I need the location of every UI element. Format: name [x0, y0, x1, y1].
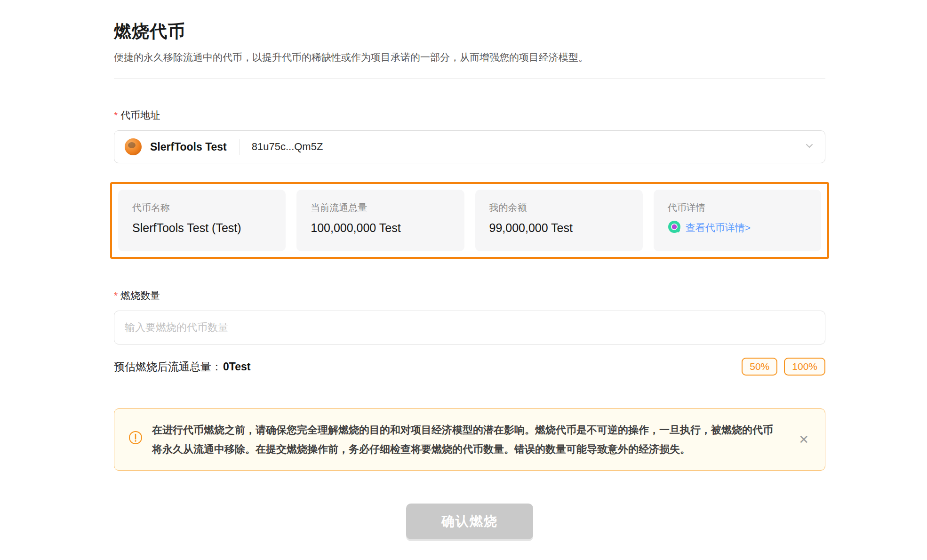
token-select-dropdown[interactable]: SlerfTools Test 81u75c...Qm5Z: [114, 130, 825, 163]
burn-amount-input[interactable]: [114, 311, 825, 344]
burn-amount-label-text: 燃烧数量: [120, 289, 160, 302]
required-asterisk: *: [114, 110, 118, 121]
estimate-label: 预估燃烧后流通总量：: [114, 360, 222, 374]
token-avatar: [125, 138, 142, 155]
token-address-label-text: 代币地址: [120, 109, 160, 122]
percent-100-button[interactable]: 100%: [784, 358, 825, 376]
burn-token-page: 燃烧代币 便捷的永久移除流通中的代币，以提升代币的稀缺性或作为项目承诺的一部分，…: [114, 0, 825, 560]
warning-text: 在进行代币燃烧之前，请确保您完全理解燃烧的目的和对项目经济模型的潜在影响。燃烧代…: [152, 420, 775, 459]
burn-warning-alert: 在进行代币燃烧之前，请确保您完全理解燃烧的目的和对项目经济模型的潜在影响。燃烧代…: [114, 408, 825, 471]
card-label: 代币详情: [668, 201, 807, 214]
chevron-down-icon: [804, 141, 815, 153]
token-info-highlight-box: 代币名称 SlerfTools Test (Test) 当前流通总量 100,0…: [110, 182, 829, 259]
card-my-balance: 我的余额 99,000,000 Test: [475, 190, 643, 251]
card-value: 100,000,000 Test: [311, 221, 450, 235]
card-token-name: 代币名称 SlerfTools Test (Test): [118, 190, 286, 251]
post-burn-estimate: 预估燃烧后流通总量： 0Test: [114, 360, 250, 374]
token-address-short: 81u75c...Qm5Z: [252, 141, 323, 153]
explorer-icon: [668, 220, 681, 235]
required-asterisk: *: [114, 290, 118, 301]
card-value: 99,000,000 Test: [489, 221, 629, 235]
page-subtitle: 便捷的永久移除流通中的代币，以提升代币的稀缺性或作为项目承诺的一部分，从而增强您…: [114, 51, 825, 64]
page-title: 燃烧代币: [114, 0, 825, 43]
token-address-label: * 代币地址: [114, 109, 825, 122]
burn-amount-label: * 燃烧数量: [114, 289, 825, 302]
view-token-details-link[interactable]: 查看代币详情>: [686, 221, 751, 234]
card-label: 我的余额: [489, 201, 629, 214]
card-total-supply: 当前流通总量 100,000,000 Test: [296, 190, 464, 251]
estimate-value: 0Test: [223, 360, 250, 373]
card-token-details: 代币详情 查看代币详情>: [654, 190, 821, 251]
warning-icon: [128, 431, 143, 447]
header-divider: [114, 78, 825, 79]
token-name: SlerfTools Test: [150, 141, 227, 153]
percent-50-button[interactable]: 50%: [742, 358, 777, 376]
select-divider: [239, 139, 240, 155]
card-label: 代币名称: [132, 201, 272, 214]
card-value: SlerfTools Test (Test): [132, 221, 272, 235]
card-label: 当前流通总量: [311, 201, 450, 214]
close-icon[interactable]: ✕: [797, 432, 811, 448]
confirm-burn-button[interactable]: 确认燃烧: [406, 504, 533, 539]
